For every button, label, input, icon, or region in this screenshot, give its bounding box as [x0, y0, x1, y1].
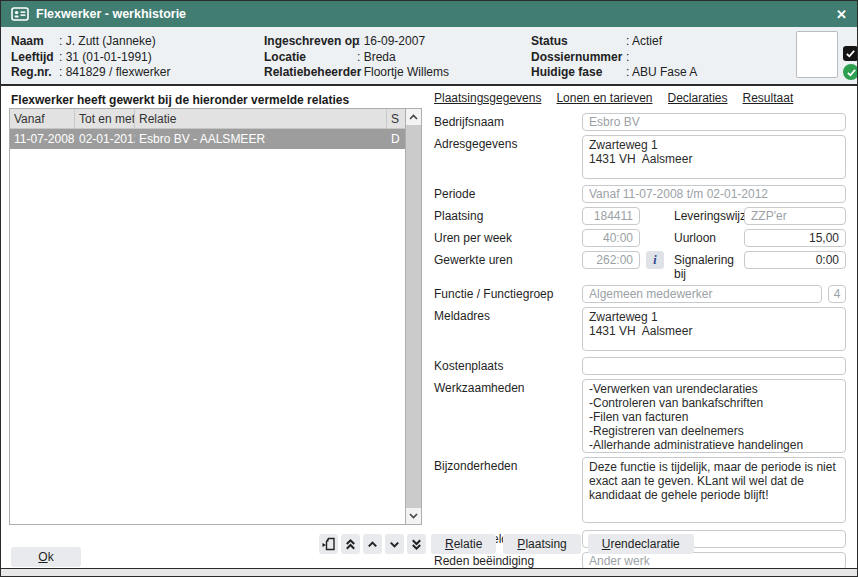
functiegroep-field[interactable] [828, 285, 846, 303]
field-value: : Actief [626, 34, 662, 50]
meldadres-label: Meldadres [434, 307, 582, 323]
relatie-button-label: Relatie [445, 537, 482, 551]
checked-checkbox-icon[interactable] [843, 46, 858, 61]
window-bottom-frame [1, 568, 857, 576]
field-value: : ABU Fase A [626, 65, 697, 81]
werkzaamheden-label: Werkzaamheden [434, 379, 582, 395]
gewerkte-uren-label: Gewerkte uren [434, 251, 582, 267]
periode-label: Periode [434, 185, 582, 201]
person-header: Naam: J. Zutt (Janneke) Leeftijd: 31 (01… [1, 27, 857, 86]
cell-tot-en-met: 02-01-2012 [75, 129, 135, 149]
leveringswijze-field[interactable] [744, 207, 846, 225]
close-icon[interactable]: ✕ [836, 8, 847, 21]
relations-table: Vanaf Tot en met Relatie S 11-07-2008 02… [9, 108, 422, 525]
header-col-3: Status: Actief Dossiernummer: Huidige fa… [531, 34, 697, 81]
field-value: : [626, 50, 629, 66]
tab-resultaat[interactable]: Resultaat [743, 91, 794, 106]
field-value: : J. Zutt (Janneke) [59, 34, 156, 50]
bijzonderheden-field[interactable]: Deze functie is tijdelijk, maar de perio… [582, 457, 846, 523]
window-title: Flexwerker - werkhistorie [36, 7, 186, 21]
field-value: : 16-09-2007 [357, 34, 425, 50]
field-value: : Floortje Willems [357, 65, 449, 81]
bijzonderheden-label: Bijzonderheden [434, 457, 582, 473]
cell-relatie: Esbro BV - AALSMEER [135, 129, 387, 149]
title-bar: Flexwerker - werkhistorie ✕ [1, 1, 857, 27]
header-col-2: Ingeschreven op: 16-09-2007 Locatie: Bre… [264, 34, 449, 81]
footer-action-buttons: Relatie Plaatsing Urendeclaratie [431, 534, 694, 554]
chevron-down-icon[interactable] [385, 534, 404, 554]
chevron-up-icon[interactable] [363, 534, 382, 554]
urendeclaratie-button[interactable]: Urendeclaratie [588, 534, 694, 554]
relatie-button[interactable]: Relatie [431, 534, 496, 554]
uurloon-field[interactable] [744, 229, 846, 247]
column-header-s: S [387, 109, 405, 128]
field-label: Ingeschreven op [264, 34, 357, 50]
functie-functiegroep-label: Functie / Functiegroep [434, 285, 582, 301]
bedrijfsnaam-field[interactable] [582, 113, 846, 131]
uurloon-label: Uurloon [674, 229, 744, 245]
green-check-icon [843, 64, 858, 80]
ok-button-label: Ok [17, 550, 75, 564]
reden-beeindiging-label: Reden beëindiging [434, 552, 582, 568]
plaatsing-nummer-field[interactable] [582, 207, 640, 225]
periode-field[interactable] [582, 185, 846, 203]
werkzaamheden-field[interactable]: -Verwerken van urendeclaraties -Controle… [582, 379, 846, 453]
table-header: Vanaf Tot en met Relatie S [10, 109, 405, 129]
field-value: : 31 (01-01-1991) [59, 50, 152, 66]
field-label: Huidige fase [531, 65, 626, 81]
vertical-scrollbar[interactable] [405, 109, 421, 524]
plaatsing-label: Plaatsing [434, 207, 582, 223]
tab-plaatsingsgegevens[interactable]: Plaatsingsgegevens [434, 91, 541, 106]
field-label: Reg.nr. [11, 65, 59, 81]
adresgegevens-field[interactable]: Zwarteweg 1 1431 VH Aalsmeer [582, 135, 846, 179]
adresgegevens-label: Adresgegevens [434, 135, 582, 151]
signalering-bij-field[interactable] [744, 251, 846, 269]
field-label: Locatie [264, 50, 357, 66]
double-chevron-down-icon[interactable] [407, 534, 426, 554]
photo-placeholder [796, 31, 838, 78]
field-label: Naam [11, 34, 59, 50]
meldadres-field[interactable]: Zwarteweg 1 1431 VH Aalsmeer [582, 307, 846, 351]
scroll-down-icon[interactable] [406, 508, 421, 524]
gewerkte-uren-field[interactable] [582, 251, 640, 269]
kostenplaats-label: Kostenplaats [434, 357, 582, 373]
ok-button[interactable]: Ok [11, 547, 81, 567]
scroll-up-icon[interactable] [406, 109, 421, 125]
kostenplaats-field[interactable] [582, 357, 846, 375]
relations-caption: Flexwerker heeft gewerkt bij de hieronde… [11, 93, 349, 107]
field-value: : Breda [357, 50, 396, 66]
bedrijfsnaam-label: Bedrijfsnaam [434, 113, 582, 129]
column-header-relatie: Relatie [135, 109, 387, 128]
tab-bar: Plaatsingsgegevens Lonen en tarieven Dec… [434, 91, 846, 106]
signalering-bij-label: Signalering bij [674, 251, 744, 281]
field-value: : 841829 / flexwerker [59, 65, 170, 81]
field-label: Status [531, 34, 626, 50]
table-row[interactable]: 11-07-2008 02-01-2012 Esbro BV - AALSMEE… [10, 129, 405, 149]
uren-per-week-field[interactable] [582, 229, 640, 247]
uren-per-week-label: Uren per week [434, 229, 582, 245]
id-card-icon [11, 7, 29, 21]
field-label: Relatiebeheerder [264, 65, 357, 81]
double-chevron-up-icon[interactable] [341, 534, 360, 554]
plaatsing-panel: Plaatsingsgegevens Lonen en tarieven Dec… [434, 91, 846, 574]
tab-declaraties[interactable]: Declaraties [668, 91, 728, 106]
header-col-1: Naam: J. Zutt (Janneke) Leeftijd: 31 (01… [11, 34, 170, 81]
urendeclaratie-button-label: Urendeclaratie [602, 537, 680, 551]
goto-document-icon[interactable] [319, 534, 338, 554]
plaatsing-button[interactable]: Plaatsing [503, 534, 580, 554]
field-label: Dossiernummer [531, 50, 626, 66]
leveringswijze-label: Leveringswijze [674, 207, 744, 223]
column-header-vanaf: Vanaf [10, 109, 75, 128]
field-label: Leeftijd [11, 50, 59, 66]
flexwerker-werkhistorie-window: Flexwerker - werkhistorie ✕ Naam: J. Zut… [0, 0, 858, 577]
functie-field[interactable] [582, 285, 822, 303]
cell-status: D [387, 129, 405, 149]
column-header-tot-en-met: Tot en met [75, 109, 135, 128]
record-navigation [319, 534, 426, 554]
info-icon[interactable]: i [646, 251, 664, 269]
plaatsing-button-label: Plaatsing [517, 537, 566, 551]
tab-lonen-en-tarieven[interactable]: Lonen en tarieven [556, 91, 652, 106]
cell-vanaf: 11-07-2008 [10, 129, 75, 149]
